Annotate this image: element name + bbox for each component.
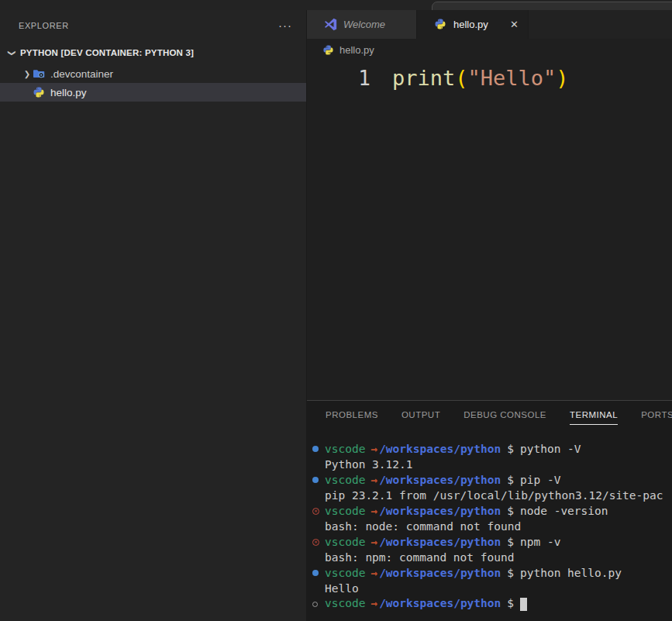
prompt-arrow-icon: → xyxy=(370,474,377,486)
terminal-prompt: vscode→/workspaces/python$pip -V xyxy=(325,474,560,486)
tab-welcome[interactable]: Welcome xyxy=(307,10,417,39)
explorer-header: EXPLORER ··· xyxy=(0,10,306,41)
command-status-icon xyxy=(312,477,325,483)
prompt-symbol: $ xyxy=(507,567,514,579)
terminal-command: python -V xyxy=(520,443,581,455)
panel-tab-bar: PROBLEMSOUTPUTDEBUG CONSOLETERMINALPORTS xyxy=(307,401,672,429)
devcontainer-folder-icon xyxy=(33,67,46,81)
workspace-title: PYTHON [DEV CONTAINER: PYTHON 3] xyxy=(20,48,194,57)
command-status-icon xyxy=(312,602,325,607)
terminal-command: npm -v xyxy=(520,536,560,548)
command-status-icon: ✕ xyxy=(312,508,325,515)
prompt-symbol: $ xyxy=(507,597,514,609)
terminal-prompt: vscode→/workspaces/python$npm -v xyxy=(325,536,560,548)
terminal-line: Python 3.12.1 xyxy=(312,457,672,472)
line-number: 1 xyxy=(307,64,370,93)
terminal-line: ✕ vscode→/workspaces/python$npm -v xyxy=(312,534,672,550)
prompt-arrow-icon: → xyxy=(370,597,377,609)
terminal-line: vscode→/workspaces/python$python -V xyxy=(312,441,672,457)
close-tab-icon[interactable]: ✕ xyxy=(510,19,519,30)
python-file-icon xyxy=(322,44,334,56)
terminal-output-text: Hello xyxy=(325,582,359,595)
tab-hello-py[interactable]: hello.py ✕ xyxy=(417,10,529,39)
terminal-line: ✕ vscode→/workspaces/python$node -versio… xyxy=(312,503,672,519)
chevron-down-icon: ❯ xyxy=(8,47,16,58)
chevron-right-icon: ❯ xyxy=(22,70,33,78)
prompt-arrow-icon: → xyxy=(370,505,377,517)
terminal-user: vscode xyxy=(325,474,365,486)
editor-tab-bar: Welcome hello.py ✕ xyxy=(307,10,672,39)
prompt-arrow-icon: → xyxy=(370,536,377,548)
terminal-prompt: vscode→/workspaces/python$ xyxy=(325,597,527,611)
terminal-cwd: /workspaces/python xyxy=(379,474,501,486)
terminal-line: pip 23.2.1 from /usr/local/lib/python3.1… xyxy=(312,488,672,503)
terminal-line: vscode→/workspaces/python$python hello.p… xyxy=(312,565,672,581)
prompt-symbol: $ xyxy=(507,474,514,486)
breadcrumb-file: hello.py xyxy=(339,44,374,56)
panel-tab-debug-console[interactable]: DEBUG CONSOLE xyxy=(464,401,546,429)
terminal-output-text: bash: node: command not found xyxy=(325,520,521,533)
python-file-icon xyxy=(434,18,447,31)
vscode-window: EXPLORER ··· ❯ PYTHON [DEV CONTAINER: PY… xyxy=(0,0,672,621)
terminal-cwd: /workspaces/python xyxy=(379,536,501,548)
bottom-panel: PROBLEMSOUTPUTDEBUG CONSOLETERMINALPORTS… xyxy=(307,400,672,621)
terminal-user: vscode xyxy=(325,567,365,579)
terminal-cwd: /workspaces/python xyxy=(379,567,501,579)
terminal-user: vscode xyxy=(325,505,365,517)
terminal-command: pip -V xyxy=(520,474,560,486)
code-text: print("Hello") xyxy=(392,64,569,93)
terminal-command: python hello.py xyxy=(520,567,622,579)
more-actions-icon[interactable]: ··· xyxy=(278,22,292,29)
panel-tab-output[interactable]: OUTPUT xyxy=(401,401,440,429)
terminal-output-text: bash: npm: command not found xyxy=(325,551,514,564)
terminal-cwd: /workspaces/python xyxy=(379,597,501,609)
explorer-sidebar: EXPLORER ··· ❯ PYTHON [DEV CONTAINER: PY… xyxy=(0,10,307,621)
breadcrumb[interactable]: hello.py xyxy=(307,39,672,60)
python-file-icon xyxy=(33,86,46,99)
terminal-line: Hello xyxy=(312,581,672,596)
tree-item-hello-py[interactable]: hello.py xyxy=(0,83,306,102)
explorer-title: EXPLORER xyxy=(19,21,69,30)
panel-tab-problems[interactable]: PROBLEMS xyxy=(326,401,378,429)
title-bar xyxy=(0,0,672,10)
tree-item-label: .devcontainer xyxy=(50,68,113,80)
code-line: 1 print("Hello") xyxy=(307,64,672,93)
prompt-symbol: $ xyxy=(507,443,514,455)
terminal-cursor xyxy=(520,598,527,611)
prompt-arrow-icon: → xyxy=(370,443,377,455)
terminal-line: bash: node: command not found xyxy=(312,519,672,534)
terminal-line: bash: npm: command not found xyxy=(312,550,672,565)
terminal-user: vscode xyxy=(325,536,365,548)
terminal-cwd: /workspaces/python xyxy=(379,505,501,517)
tab-label: hello.py xyxy=(453,19,488,30)
code-editor[interactable]: 1 print("Hello") xyxy=(307,60,672,400)
terminal-output-text: pip 23.2.1 from /usr/local/lib/python3.1… xyxy=(325,489,663,502)
command-status-icon: ✕ xyxy=(312,539,325,546)
editor-region: Welcome hello.py ✕ xyxy=(307,10,672,621)
workspace-section-header[interactable]: ❯ PYTHON [DEV CONTAINER: PYTHON 3] xyxy=(0,41,306,64)
tree-item-label: hello.py xyxy=(50,87,87,98)
terminal-prompt: vscode→/workspaces/python$python hello.p… xyxy=(325,567,622,579)
command-status-icon xyxy=(312,446,325,452)
terminal-user: vscode xyxy=(325,443,365,455)
workbench: EXPLORER ··· ❯ PYTHON [DEV CONTAINER: PY… xyxy=(0,10,672,621)
terminal-prompt: vscode→/workspaces/python$python -V xyxy=(325,443,581,455)
panel-tab-terminal[interactable]: TERMINAL xyxy=(570,401,618,429)
terminal-line: vscode→/workspaces/python$ xyxy=(312,596,672,612)
terminal-line: vscode→/workspaces/python$pip -V xyxy=(312,472,672,488)
terminal-cwd: /workspaces/python xyxy=(379,443,501,455)
terminal-command: node -version xyxy=(520,505,608,517)
terminal-prompt: vscode→/workspaces/python$node -version xyxy=(325,505,608,517)
terminal-output[interactable]: vscode→/workspaces/python$python -V Pyth… xyxy=(307,429,672,621)
prompt-arrow-icon: → xyxy=(370,567,377,579)
prompt-symbol: $ xyxy=(507,505,514,517)
terminal-user: vscode xyxy=(325,597,365,609)
vscode-logo-icon xyxy=(324,18,337,31)
panel-tab-ports[interactable]: PORTS xyxy=(641,401,672,429)
terminal-output-text: Python 3.12.1 xyxy=(325,458,413,471)
tree-item-devcontainer[interactable]: ❯ .devcontainer xyxy=(0,64,306,83)
prompt-symbol: $ xyxy=(507,536,514,548)
command-center-search[interactable] xyxy=(432,2,672,10)
tab-label: Welcome xyxy=(343,19,385,30)
command-status-icon xyxy=(312,570,325,576)
